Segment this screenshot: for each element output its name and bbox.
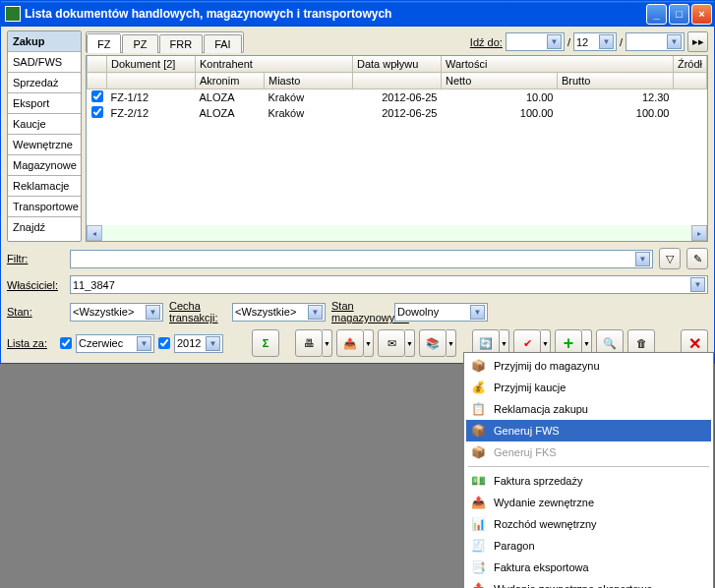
table-row[interactable]: FZ-1/12 ALOZA Kraków 2012-06-25 10.00 12…: [88, 89, 707, 106]
idz-field-2[interactable]: 12▼: [573, 32, 617, 51]
mail-button[interactable]: ✉: [378, 329, 405, 357]
sidebar-item-znajdz[interactable]: Znajdź: [8, 217, 81, 237]
idz-field-1[interactable]: ▼: [506, 32, 565, 51]
menu-przyjmij-kaucje[interactable]: 💰Przyjmij kaucje: [466, 377, 711, 398]
sidebar: Zakup SAD/FWS Sprzedaż Eksport Kaucje We…: [7, 30, 82, 242]
mail-dropdown[interactable]: ▼: [405, 329, 415, 357]
stan-label: Stan:: [7, 306, 64, 318]
book-button[interactable]: 📚: [419, 329, 447, 357]
menu-separator: [468, 466, 709, 467]
col-brutto[interactable]: Brutto: [557, 73, 673, 89]
tab-fai[interactable]: FAI: [204, 34, 242, 53]
close-button[interactable]: ×: [691, 4, 712, 25]
menu-label: Faktura sprzedaży: [494, 475, 582, 487]
menu-wydanie-eksport[interactable]: 📤Wydanie zewnętrzne eksportowe: [466, 578, 711, 588]
minimize-button[interactable]: _: [646, 4, 667, 25]
content: Zakup SAD/FWS Sprzedaż Eksport Kaucje We…: [1, 27, 714, 363]
sum-button[interactable]: Σ: [252, 329, 279, 357]
sidebar-item-label: SAD/FWS: [13, 56, 62, 68]
scroll-left-button[interactable]: ◂: [87, 225, 102, 241]
year-checkbox[interactable]: [158, 337, 170, 349]
tab-frr[interactable]: FRR: [159, 34, 204, 53]
menu-rozchod[interactable]: 📊Rozchód wewnętrzny: [466, 513, 711, 535]
menu-generuj-fws[interactable]: 📦Generuj FWS: [466, 420, 711, 441]
col-netto[interactable]: Netto: [442, 73, 558, 89]
stan-select[interactable]: <Wszystkie>▼: [70, 303, 163, 322]
idz-field-3[interactable]: ▼: [626, 32, 685, 51]
cell-netto: 10.00: [442, 89, 558, 106]
filtr-input[interactable]: ▼: [70, 250, 653, 268]
sidebar-item-magazynowe[interactable]: Magazynowe: [8, 155, 81, 176]
cecha-select[interactable]: <Wszystkie>▼: [232, 303, 326, 322]
window: Lista dokumentów handlowych, magazynowyc…: [0, 0, 715, 364]
col-doc[interactable]: Dokument [2]: [107, 56, 196, 73]
sidebar-item-kaucje[interactable]: Kaucje: [8, 114, 81, 135]
sigma-icon: Σ: [263, 337, 269, 349]
cecha-value: <Wszystkie>: [235, 306, 296, 318]
sidebar-item-label: Reklamacje: [13, 180, 69, 192]
col-wartosci[interactable]: Wartości: [442, 56, 674, 73]
tab-fz[interactable]: FZ: [87, 33, 121, 53]
sidebar-item-wewnetrzne[interactable]: Wewnętrzne: [8, 135, 81, 155]
funnel-button[interactable]: ▽: [659, 248, 681, 269]
year-value: 2012: [177, 337, 201, 349]
book-dropdown[interactable]: ▼: [447, 329, 456, 357]
sidebar-item-eksport[interactable]: Eksport: [8, 93, 81, 114]
menu-paragon[interactable]: 🧾Paragon: [466, 535, 711, 557]
tab-label: PZ: [133, 38, 147, 50]
sidebar-item-label: Wewnętrzne: [13, 139, 73, 150]
go-end-button[interactable]: ▸▸: [687, 31, 708, 52]
sidebar-item-sadfws[interactable]: SAD/FWS: [8, 52, 81, 73]
table-row[interactable]: FZ-2/12 ALOZA Kraków 2012-06-25 100.00 1…: [88, 105, 707, 121]
col-zrodl[interactable]: Źródł: [673, 56, 706, 73]
col-kontrahent[interactable]: Kontrahent: [196, 56, 353, 73]
plus-icon: +: [564, 333, 574, 354]
cell-data: 2012-06-25: [353, 105, 442, 121]
wlasciciel-input[interactable]: 11_3847▼: [70, 275, 708, 294]
row-checkbox[interactable]: [91, 106, 103, 118]
sidebar-item-label: Znajdź: [13, 221, 45, 233]
tab-pz[interactable]: PZ: [122, 34, 157, 53]
tab-label: FZ: [97, 38, 110, 50]
chevron-down-icon: ▼: [547, 34, 562, 49]
export-dispatch-icon: 📤: [470, 581, 486, 588]
col-akronim[interactable]: Akronim: [196, 73, 265, 89]
lista-label: Lista za:: [7, 337, 56, 349]
menu-label: Przyjmij kaucje: [494, 382, 566, 393]
menu-reklamacja[interactable]: 📋Reklamacja zakupu: [466, 398, 711, 420]
col-miasto[interactable]: Miasto: [265, 73, 353, 89]
menu-faktura-sprzedazy[interactable]: 💵Faktura sprzedaży: [466, 470, 711, 492]
menu-faktura-eksport[interactable]: 📑Faktura eksportowa: [466, 557, 711, 578]
stanmag-select[interactable]: Dowolny▼: [394, 303, 488, 322]
cell-netto: 100.00: [442, 105, 558, 121]
scroll-right-button[interactable]: ▸: [691, 225, 707, 241]
sidebar-item-sprzedaz[interactable]: Sprzedaż: [8, 73, 81, 93]
menu-label: Paragon: [494, 540, 535, 552]
month-select[interactable]: Czerwiec▼: [76, 334, 154, 353]
sidebar-item-label: Zakup: [13, 35, 44, 47]
year-select[interactable]: 2012▼: [174, 334, 223, 353]
cell-brutto: 12.30: [557, 89, 673, 106]
h-scrollbar[interactable]: ◂ ▸: [87, 225, 707, 241]
filter-settings-button[interactable]: ✎: [686, 248, 708, 269]
trash-icon: 🗑: [636, 337, 647, 349]
col-data[interactable]: Data wpływu: [353, 56, 442, 73]
sidebar-item-zakup[interactable]: Zakup: [8, 31, 81, 52]
cell-akr: ALOZA: [196, 105, 265, 121]
money-icon: 💰: [470, 380, 486, 395]
export-button[interactable]: 📤: [336, 329, 364, 357]
sidebar-item-label: Transportowe: [13, 201, 79, 212]
sidebar-item-reklamacje[interactable]: Reklamacje: [8, 176, 81, 197]
chevron-down-icon: ▼: [690, 277, 705, 292]
sidebar-item-transportowe[interactable]: Transportowe: [8, 197, 81, 217]
col-check[interactable]: [88, 56, 107, 73]
close-icon: ✕: [688, 334, 701, 353]
print-button[interactable]: 🖶: [295, 329, 323, 357]
maximize-button[interactable]: □: [669, 4, 689, 25]
row-checkbox[interactable]: [91, 90, 103, 102]
menu-przyjmij-magazyn[interactable]: 📦Przyjmij do magazynu: [466, 355, 711, 377]
month-checkbox[interactable]: [60, 337, 72, 349]
export-dropdown[interactable]: ▼: [364, 329, 374, 357]
print-dropdown[interactable]: ▼: [323, 329, 332, 357]
menu-wydanie-zewn[interactable]: 📤Wydanie zewnętrzne: [466, 492, 711, 513]
